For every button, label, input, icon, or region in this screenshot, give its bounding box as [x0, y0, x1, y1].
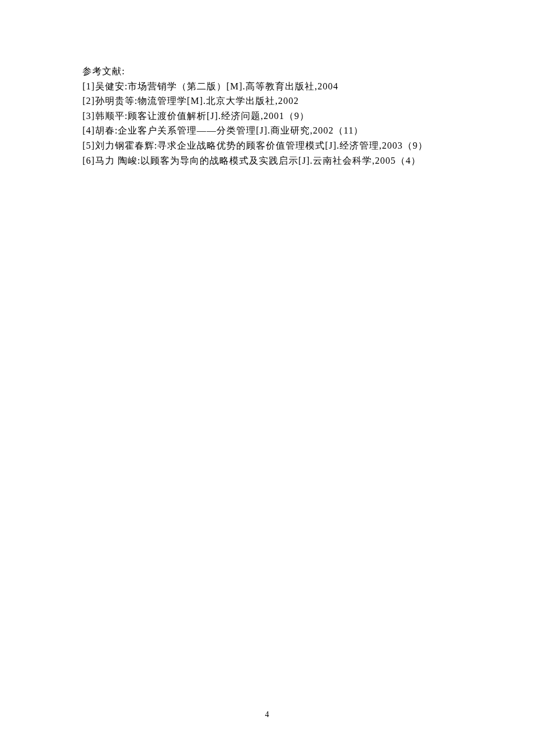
reference-item: [4]胡春:企业客户关系管理——分类管理[J].商业研究,2002（11）	[64, 123, 470, 138]
reference-item: [3]韩顺平:顾客让渡价值解析[J].经济问题,2001（9）	[64, 109, 470, 124]
reference-item: [1]吴健安:市场营销学（第二版）[M].高等教育出版社,2004	[64, 79, 470, 94]
document-content: 参考文献: [1]吴健安:市场营销学（第二版）[M].高等教育出版社,2004 …	[64, 64, 470, 168]
references-heading: 参考文献:	[64, 64, 470, 79]
page-number: 4	[0, 708, 534, 721]
reference-item: [6]马力 陶峻:以顾客为导向的战略模式及实践启示[J].云南社会科学,2005…	[64, 153, 470, 168]
reference-item: [2]孙明贵等:物流管理学[M].北京大学出版社,2002	[64, 93, 470, 109]
reference-item: [5]刘力钢霍春辉:寻求企业战略优势的顾客价值管理模式[J].经济管理,2003…	[64, 138, 470, 153]
